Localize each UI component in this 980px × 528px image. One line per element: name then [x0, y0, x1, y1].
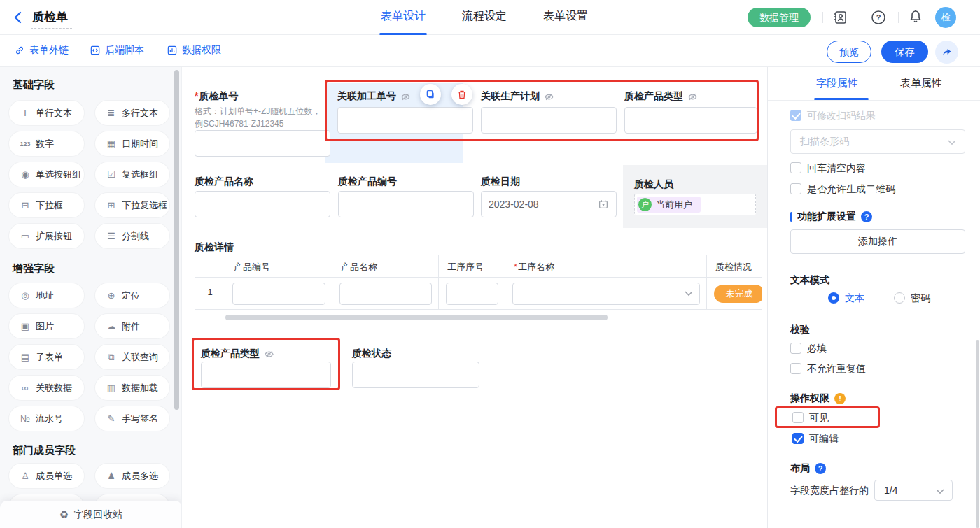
radio-label-password[interactable]: 密码 — [911, 292, 930, 305]
sidebar-section-title: 增强字段 — [13, 262, 55, 276]
serial-number-icon: № — [20, 413, 31, 424]
sidebar-item-linked-query[interactable]: ⧉关联查询 — [95, 345, 169, 369]
tab-flow-setting[interactable]: 流程设定 — [462, 9, 507, 24]
sidebar-item-linked-data[interactable]: ∞关联数据 — [9, 376, 84, 400]
copy-field-button[interactable] — [420, 84, 441, 105]
status-badge: 未完成 — [714, 285, 762, 303]
input-product-name[interactable] — [195, 191, 330, 217]
checkbox-editable[interactable] — [792, 433, 804, 444]
input-order-no[interactable] — [195, 130, 330, 157]
link-icon — [14, 45, 25, 56]
back-icon[interactable] — [11, 10, 25, 24]
form-toolbar: 表单外链 后端脚本 数据权限 预览 保存 — [0, 35, 980, 67]
input-product-type-top[interactable] — [624, 107, 757, 134]
sidebar-item-image[interactable]: ▣图片 — [9, 314, 84, 338]
tab-form-setting[interactable]: 表单设置 — [543, 9, 588, 24]
checkbox-clear-on-enter[interactable] — [790, 162, 802, 173]
sidebar-item-location[interactable]: ⊕定位 — [95, 283, 169, 308]
chevron-down-icon — [948, 140, 956, 145]
sidebar-item-label: 地址 — [36, 290, 54, 302]
inspect-date-value: 2023-02-08 — [489, 199, 539, 210]
share-button[interactable] — [935, 41, 958, 64]
location-icon: ⊕ — [106, 290, 117, 301]
cell-step-name — [505, 278, 707, 310]
preview-button[interactable]: 预览 — [827, 41, 872, 63]
input-linked-production-plan[interactable] — [481, 107, 617, 134]
sidebar-item-extend-button[interactable]: ▭扩展按钮 — [9, 224, 84, 248]
data-permission-icon — [167, 45, 178, 56]
question-circle-icon[interactable]: ? — [815, 463, 826, 474]
checkbox-no-duplicate[interactable] — [790, 363, 802, 374]
sidebar-item-signature[interactable]: ✎手写签名 — [95, 406, 169, 431]
sidebar-item-datetime[interactable]: ▦日期时间 — [95, 131, 169, 156]
current-user-chip[interactable]: 户 当前用户 — [637, 197, 701, 213]
warning-circle-icon[interactable]: ! — [834, 393, 846, 404]
user-avatar[interactable]: 检 — [935, 7, 956, 28]
external-link-button[interactable]: 表单外链 — [14, 44, 69, 57]
multi-line-text-icon: ≣ — [106, 108, 117, 118]
input-product-no[interactable] — [338, 191, 474, 217]
sidebar-item-member-multi[interactable]: ♟成员多选 — [95, 464, 169, 488]
data-permission-button[interactable]: 数据权限 — [167, 44, 221, 57]
radio-label-text[interactable]: 文本 — [845, 292, 864, 305]
checkbox-modifiable-scan-result[interactable] — [790, 110, 802, 121]
save-button[interactable]: 保存 — [881, 41, 928, 63]
add-action-button[interactable]: 添加操作 — [790, 229, 965, 254]
panel-scrollbar[interactable] — [976, 340, 979, 528]
col-header-index — [195, 255, 225, 278]
checkbox-visible[interactable] — [792, 412, 804, 423]
scan-mode-select[interactable]: 扫描条形码 — [790, 129, 965, 154]
radio-text-mode-text[interactable] — [828, 292, 839, 304]
sidebar-item-select[interactable]: ⊟下拉框 — [9, 193, 84, 217]
sidebar-item-address[interactable]: ◎地址 — [9, 283, 84, 308]
contacts-icon[interactable] — [832, 9, 848, 26]
input-product-type-bottom[interactable] — [201, 362, 331, 388]
sidebar-item-multi-select[interactable]: ⊞下拉复选框 — [95, 193, 169, 217]
delete-field-button[interactable] — [451, 84, 472, 105]
sidebar-item-label: 数字 — [36, 138, 54, 150]
sidebar-item-single-line-text[interactable]: T单行文本 — [9, 101, 84, 125]
sidebar-item-multi-line-text[interactable]: ≣多行文本 — [95, 101, 169, 125]
label-allow-qrcode: 是否允许生成二维码 — [807, 183, 895, 196]
input-status[interactable] — [352, 362, 479, 388]
label-validation: 校验 — [790, 324, 810, 336]
sidebar-item-subform[interactable]: ▤子表单 — [9, 345, 84, 369]
sidebar-item-member-single[interactable]: ♙成员单选 — [9, 464, 84, 488]
page-title[interactable]: 质检单 — [31, 9, 72, 29]
data-manage-button[interactable]: 数据管理 — [748, 8, 811, 27]
tab-field-properties[interactable]: 字段属性 — [816, 77, 858, 90]
cell-input-product-name[interactable] — [340, 283, 432, 305]
script-icon — [90, 45, 101, 56]
bell-icon[interactable] — [907, 8, 924, 25]
checkbox-allow-qrcode[interactable] — [790, 183, 802, 194]
sidebar-item-serial-number[interactable]: №流水号 — [9, 406, 84, 431]
input-linked-process-order[interactable] — [337, 107, 473, 134]
input-inspect-date[interactable]: 2023-02-08 — [481, 191, 617, 217]
help-icon[interactable]: ? — [870, 9, 887, 26]
radio-text-mode-password[interactable] — [894, 292, 905, 304]
sidebar-item-label: 图片 — [36, 320, 54, 333]
checkbox-required[interactable] — [790, 343, 802, 354]
sidebar-item-divider[interactable]: ☰分割线 — [95, 224, 169, 248]
sidebar-item-attachment[interactable]: ☁附件 — [95, 314, 169, 338]
sidebar-item-label: 日期时间 — [122, 138, 158, 150]
share-arrow-icon — [941, 46, 953, 58]
sidebar-item-checkbox-group[interactable]: ☑复选框组 — [95, 162, 169, 187]
svg-text:?: ? — [876, 13, 881, 22]
field-recycle-bin-button[interactable]: ♻ 字段回收站 — [0, 501, 182, 528]
backend-script-button[interactable]: 后端脚本 — [90, 44, 144, 57]
field-width-select[interactable]: 1/4 — [874, 480, 953, 501]
cell-input-step-no[interactable] — [446, 283, 498, 305]
tab-form-design[interactable]: 表单设计 — [381, 9, 426, 24]
question-circle-icon[interactable]: ? — [861, 211, 872, 222]
sidebar-item-radio-group[interactable]: ◉单选按钮组 — [9, 162, 84, 187]
cell-input-product-no[interactable] — [232, 283, 326, 305]
sidebar-item-number[interactable]: 123数字 — [9, 131, 84, 156]
cell-select-step-name[interactable] — [512, 283, 700, 305]
current-user-label: 当前用户 — [656, 199, 692, 211]
eye-off-icon — [400, 92, 411, 102]
sidebar-item-data-load[interactable]: ▥数据加载 — [95, 376, 169, 400]
sidebar-scrollbar[interactable] — [174, 70, 179, 410]
tab-form-properties[interactable]: 表单属性 — [900, 77, 942, 90]
table-horizontal-scrollbar[interactable] — [225, 315, 608, 320]
